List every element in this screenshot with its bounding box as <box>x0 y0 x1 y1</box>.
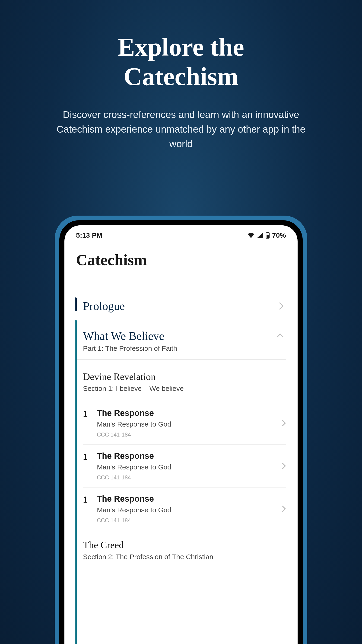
subsection-title: The Creed <box>83 540 286 550</box>
section-prologue[interactable]: Prologue <box>76 292 286 320</box>
hero-title: Explore the Catechism <box>0 0 362 91</box>
item-number: 1 <box>83 451 97 462</box>
section-what-we-believe: What We Believe Part 1: The Profession o… <box>76 320 286 360</box>
item-subtitle: Man's Response to God <box>97 463 282 471</box>
svg-rect-1 <box>267 232 268 233</box>
accent-bar <box>75 298 77 311</box>
svg-rect-2 <box>266 235 268 238</box>
item-title: The Response <box>97 494 282 504</box>
item-reference: CCC 141-184 <box>97 474 282 481</box>
subsection-the-creed: The Creed Section 2: The Profession of T… <box>76 530 286 561</box>
battery-percent: 70% <box>272 231 286 239</box>
list-item[interactable]: 1 The Response Man's Response to God CCC… <box>83 402 286 445</box>
subsection-subtitle: Section 1: I believe – We believe <box>83 384 286 392</box>
item-subtitle: Man's Response to God <box>97 506 282 514</box>
item-title: The Response <box>97 451 282 461</box>
list-item[interactable]: 1 The Response Man's Response to God CCC… <box>83 445 286 488</box>
phone-screen: 5:13 PM 70% Catechism Prologue <box>64 225 298 644</box>
list-item[interactable]: 1 The Response Man's Response to God CCC… <box>83 488 286 530</box>
item-reference: CCC 141-184 <box>97 517 282 524</box>
chevron-right-icon <box>282 420 286 426</box>
item-number: 1 <box>83 494 97 505</box>
phone-frame: 5:13 PM 70% Catechism Prologue <box>55 216 307 644</box>
subsection-title: Devine Revelation <box>83 371 286 382</box>
subsection-subtitle: Section 2: The Profession of The Christi… <box>83 553 286 561</box>
status-time: 5:13 PM <box>76 231 102 239</box>
wifi-icon <box>248 232 254 238</box>
status-bar: 5:13 PM 70% <box>64 225 298 242</box>
item-title: The Response <box>97 408 282 418</box>
chevron-right-icon <box>282 462 286 470</box>
section-title: What We Believe <box>83 329 177 343</box>
battery-icon <box>266 232 270 238</box>
signal-icon <box>257 232 263 238</box>
section-title: Prologue <box>83 299 125 313</box>
item-reference: CCC 141-184 <box>97 432 282 438</box>
chevron-right-icon <box>282 505 286 512</box>
item-subtitle: Man's Response to God <box>97 420 282 428</box>
subsection-divine-revelation: Devine Revelation Section 1: I believe –… <box>76 360 286 392</box>
section-header[interactable]: What We Believe Part 1: The Profession o… <box>76 320 286 359</box>
items-list: 1 The Response Man's Response to God CCC… <box>76 402 286 530</box>
hero-subtitle: Discover cross-references and learn with… <box>0 107 362 151</box>
phone-bezel: 5:13 PM 70% Catechism Prologue <box>59 220 303 644</box>
status-right: 70% <box>248 231 286 239</box>
item-number: 1 <box>83 408 97 419</box>
accent-bar-expanded <box>75 320 77 644</box>
chevron-up-icon <box>277 333 284 338</box>
section-subtitle: Part 1: The Profession of Faith <box>83 344 177 352</box>
chevron-right-icon <box>279 302 284 310</box>
page-title: Catechism <box>64 242 298 274</box>
